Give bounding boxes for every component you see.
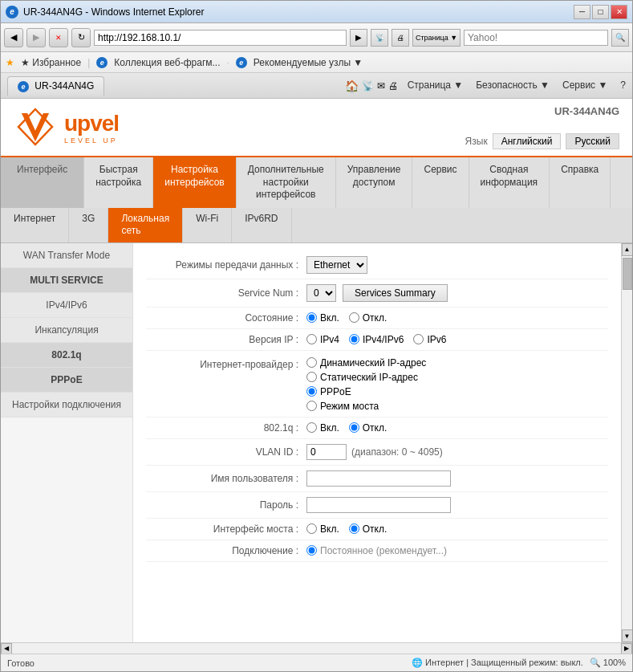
isp-dynamic-option[interactable]: Динамический IP-адрес: [306, 357, 426, 369]
isp-pppoe-radio[interactable]: [306, 386, 317, 397]
password-input[interactable]: [306, 497, 451, 513]
refresh-button[interactable]: ↻: [71, 28, 91, 47]
vlan-id-input[interactable]: [306, 444, 347, 460]
bridge-off-option[interactable]: Откл.: [349, 523, 388, 535]
stop-button[interactable]: ✕: [49, 28, 68, 47]
maximize-button[interactable]: □: [592, 5, 609, 19]
nav-advanced[interactable]: Дополнительныенастройкиинтерфейсов: [237, 157, 336, 208]
header-right: UR-344AN4G Язык Английский Русский: [465, 105, 619, 149]
page-menu[interactable]: Страница ▼: [408, 79, 464, 92]
close-button[interactable]: ✕: [611, 5, 627, 19]
svg-marker-1: [22, 113, 49, 141]
ipv4-radio[interactable]: [306, 334, 317, 344]
search-input[interactable]: [464, 30, 608, 46]
username-input[interactable]: [306, 470, 451, 487]
minimize-button[interactable]: ─: [574, 5, 590, 19]
security-menu[interactable]: Безопасность ▼: [476, 79, 550, 92]
sidebar-ipv4ipv6[interactable]: IPv4/IPv6: [1, 293, 132, 318]
lang-en-button[interactable]: Английский: [493, 133, 562, 149]
subnav-internet[interactable]: Интернет: [1, 208, 69, 242]
bridge-off-radio[interactable]: [349, 523, 359, 534]
main-navigation: Интерфейс Быстраянастройка Настройкаинте…: [1, 157, 632, 208]
nav-interface-setup[interactable]: Настройкаинтерфейсов: [153, 157, 236, 208]
page-menu-button[interactable]: Страница ▼: [412, 29, 461, 47]
dot1q-on-option[interactable]: Вкл.: [306, 422, 339, 434]
content-area: WAN Transfer Mode MULTI SERVICE IPv4/IPv…: [1, 243, 632, 642]
transfer-mode-select[interactable]: Ethernet: [306, 256, 367, 274]
home-icon[interactable]: 🏠: [345, 79, 359, 92]
print-button[interactable]: 🖨: [392, 29, 409, 47]
browser-tab[interactable]: e UR-344AN4G: [7, 76, 104, 96]
isp-bridge-option[interactable]: Режим моста: [306, 401, 379, 412]
subnav-ipv6rd[interactable]: IPv6RD: [232, 208, 291, 242]
isp-dynamic-radio[interactable]: [306, 357, 317, 368]
zoom-level: 🔍 100%: [590, 658, 626, 668]
service-num-select[interactable]: 0: [306, 284, 336, 302]
dot1q-off-option[interactable]: Откл.: [349, 422, 388, 434]
search-button[interactable]: 🔍: [611, 29, 629, 47]
bridge-on-option[interactable]: Вкл.: [306, 523, 339, 535]
isp-bridge-radio[interactable]: [306, 401, 317, 411]
nav-interface[interactable]: Интерфейс: [1, 157, 84, 208]
go-button[interactable]: ▶: [350, 29, 367, 47]
rss-button[interactable]: 📡: [371, 29, 388, 47]
back-button[interactable]: ◀: [4, 28, 23, 47]
state-row: Состояние : Вкл. Откл.: [146, 307, 608, 329]
ipv6-option[interactable]: IPv6: [413, 334, 446, 345]
vlan-id-label: VLAN ID :: [146, 446, 306, 458]
service-menu[interactable]: Сервис ▼: [562, 79, 607, 92]
sidebar: WAN Transfer Mode MULTI SERVICE IPv4/IPv…: [1, 243, 133, 642]
isp-static-option[interactable]: Статический IP-адрес: [306, 372, 418, 383]
ipv4ipv6-option[interactable]: IPv4/IPv6: [349, 334, 404, 345]
scroll-thumb[interactable]: [623, 258, 632, 290]
help-menu[interactable]: ?: [620, 79, 626, 92]
address-bar[interactable]: [94, 30, 347, 46]
connection-radio[interactable]: [306, 545, 317, 556]
favorites-label[interactable]: ★ Избранное: [21, 57, 81, 68]
print-icon[interactable]: 🖨: [388, 80, 398, 92]
scroll-up-button[interactable]: ▲: [622, 243, 633, 256]
nav-quick-setup[interactable]: Быстраянастройка: [84, 157, 153, 208]
forward-button[interactable]: ▶: [26, 28, 46, 47]
fav-item-2[interactable]: Рекомендуемые узлы ▼: [254, 57, 363, 68]
isp-pppoe-option[interactable]: PPPoE: [306, 386, 351, 397]
dot1q-on-radio[interactable]: [306, 422, 317, 433]
dot1q-off-radio[interactable]: [349, 422, 359, 433]
sidebar-encapsulation[interactable]: Инкапсуляция: [1, 318, 132, 343]
sidebar-pppoe[interactable]: PPPoE: [1, 368, 132, 393]
state-off-option[interactable]: Откл.: [349, 312, 388, 324]
feeds-icon[interactable]: 📡: [362, 80, 374, 92]
ipv4-option[interactable]: IPv4: [306, 334, 339, 345]
subnav-wifi[interactable]: Wi-Fi: [183, 208, 232, 242]
bridge-on-radio[interactable]: [306, 523, 317, 534]
sidebar-conn-settings[interactable]: Настройки подключения: [1, 393, 132, 417]
subnav-lan[interactable]: Локальнаясеть: [108, 208, 183, 242]
scroll-left-button[interactable]: ◀: [1, 643, 12, 654]
scroll-right-button[interactable]: ▶: [621, 643, 632, 654]
connection-option[interactable]: Постоянное (рекомендует...): [306, 545, 447, 556]
ipv4ipv6-radio[interactable]: [349, 334, 359, 344]
logo-upvel-text: upvel: [64, 111, 119, 136]
fav-item-1[interactable]: Коллекция веб-фрагм...: [114, 57, 220, 68]
state-off-radio[interactable]: [349, 312, 359, 323]
mail-icon[interactable]: ✉: [377, 80, 385, 92]
nav-summary[interactable]: Своднаяинформация: [469, 157, 550, 208]
state-control: Вкл. Откл.: [306, 312, 608, 324]
lang-ru-button[interactable]: Русский: [566, 133, 619, 149]
ip-version-control: IPv4 IPv4/IPv6 IPv6: [306, 334, 608, 345]
subnav-3g[interactable]: 3G: [69, 208, 108, 242]
nav-service[interactable]: Сервис: [412, 157, 469, 208]
state-on-radio[interactable]: [306, 312, 317, 323]
state-on-option[interactable]: Вкл.: [306, 312, 339, 324]
services-summary-button[interactable]: Services Summary: [343, 284, 448, 302]
sidebar-wan-transfer[interactable]: WAN Transfer Mode: [1, 243, 132, 268]
sidebar-multi-service[interactable]: MULTI SERVICE: [1, 268, 132, 293]
sidebar-8021q[interactable]: 802.1q: [1, 343, 132, 368]
isp-static-radio[interactable]: [306, 372, 317, 382]
nav-help[interactable]: Справка: [550, 157, 611, 208]
upvel-logo: upvel LEVEL UP: [14, 105, 465, 149]
ipv6-radio[interactable]: [413, 334, 424, 344]
scroll-down-button[interactable]: ▼: [622, 629, 633, 642]
isp-row: Интернет-провайдер : Динамический IP-адр…: [146, 351, 608, 417]
nav-access[interactable]: Управлениедоступом: [336, 157, 413, 208]
